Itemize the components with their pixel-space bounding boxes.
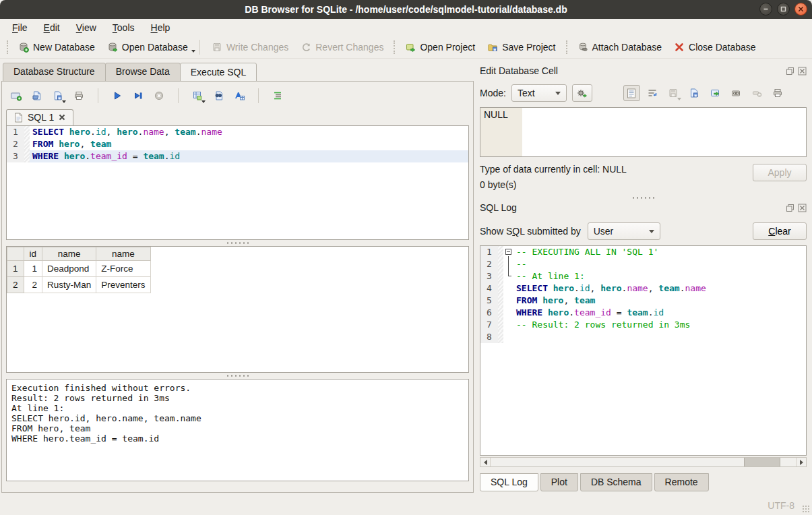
horizontal-scrollbar[interactable] xyxy=(480,457,807,467)
open-database-dropdown-icon[interactable] xyxy=(191,50,195,53)
resize-grip[interactable] xyxy=(802,505,810,513)
save-as-text-button[interactable] xyxy=(686,85,703,101)
save-sql-dropdown-icon[interactable] xyxy=(62,100,66,103)
table-cell[interactable]: 1 xyxy=(24,261,42,277)
code-line[interactable]: 4SELECT hero.id, hero.name, team.name xyxy=(480,282,806,295)
code-line[interactable]: 1-- EXECUTING ALL IN 'SQL 1' xyxy=(480,246,806,258)
encoding-indicator[interactable]: UTF-8 xyxy=(768,500,794,511)
toolbar-handle[interactable] xyxy=(394,40,395,54)
attach-database-button[interactable]: Attach Database xyxy=(571,39,668,55)
splitter-handle[interactable] xyxy=(6,240,469,246)
tab-execute-sql[interactable]: Execute SQL xyxy=(180,63,257,82)
scrollbar-track[interactable] xyxy=(491,458,796,466)
menu-tools[interactable]: Tools xyxy=(106,21,142,34)
code-line[interactable]: 7-- Result: 2 rows returned in 3ms xyxy=(480,319,806,331)
save-sql-file-button[interactable] xyxy=(51,89,65,102)
status-line: WHERE hero.team_id = team.id xyxy=(11,433,464,444)
minimize-button[interactable] xyxy=(759,3,772,16)
attach-database-label: Attach Database xyxy=(592,42,662,53)
titlebar[interactable]: DB Browser for SQLite - /home/user/code/… xyxy=(0,0,812,19)
save-project-button[interactable]: Save Project xyxy=(481,39,561,55)
tab-browse-data[interactable]: Browse Data xyxy=(105,63,181,82)
set-null-button xyxy=(749,85,766,101)
close-database-button[interactable]: Close Database xyxy=(668,39,762,55)
export-text-button[interactable] xyxy=(707,85,724,101)
toolbar-handle[interactable] xyxy=(7,40,8,54)
row-header[interactable]: 1 xyxy=(7,261,24,277)
sql-editor[interactable]: 1SELECT hero.id, hero.name, team.name2FR… xyxy=(6,125,469,240)
splitter-handle[interactable] xyxy=(480,195,807,201)
table-row[interactable]: 11DeadpondZ-Force xyxy=(7,261,151,277)
code-line[interactable]: 3-- At line 1: xyxy=(480,270,806,282)
tab-db-schema[interactable]: DB Schema xyxy=(580,473,652,491)
code-line[interactable]: 2-- xyxy=(480,258,806,270)
open-sql-file-button[interactable] xyxy=(30,89,44,102)
find-in-sql-button[interactable] xyxy=(211,89,226,102)
menu-help[interactable]: Help xyxy=(144,21,177,34)
scrollbar-thumb[interactable] xyxy=(744,458,780,466)
table-cell[interactable]: Rusty-Man xyxy=(42,277,96,293)
float-dock-icon[interactable] xyxy=(786,204,794,212)
log-filter-select[interactable]: User xyxy=(588,222,660,240)
tab-plot[interactable]: Plot xyxy=(540,473,578,491)
table-cell[interactable]: Z-Force xyxy=(96,261,150,277)
menu-edit[interactable]: Edit xyxy=(37,21,67,34)
tab-sql-log[interactable]: SQL Log xyxy=(480,473,538,491)
column-header[interactable]: name xyxy=(96,247,150,261)
close-dock-icon[interactable] xyxy=(798,67,807,75)
text-mode-button[interactable] xyxy=(623,85,640,101)
corner-header[interactable] xyxy=(7,247,24,261)
scroll-left-icon[interactable] xyxy=(480,458,491,466)
code-line[interactable]: 2FROM hero, team xyxy=(7,138,468,150)
tab-database-structure[interactable]: Database Structure xyxy=(3,63,106,82)
code-line[interactable]: 5FROM hero, team xyxy=(480,295,806,307)
new-database-button[interactable]: New Database xyxy=(12,39,101,55)
right-dock: Edit Database Cell Mode: Text xyxy=(474,59,812,495)
table-cell[interactable]: 2 xyxy=(24,277,42,293)
code-line[interactable]: 3WHERE hero.team_id = team.id xyxy=(7,150,468,162)
tab-remote[interactable]: Remote xyxy=(654,473,709,491)
main-content: Database Structure Browse Data Execute S… xyxy=(0,59,812,495)
cell-edit-area[interactable] xyxy=(522,108,806,156)
scroll-right-icon[interactable] xyxy=(796,458,806,466)
column-header[interactable]: name xyxy=(42,247,96,261)
open-project-button[interactable]: Open Project xyxy=(399,39,481,55)
format-sql-button[interactable] xyxy=(270,89,285,102)
autocomplete-button[interactable] xyxy=(232,89,247,102)
save-results-dropdown-icon[interactable] xyxy=(201,100,206,103)
execute-current-line-button[interactable] xyxy=(131,89,146,102)
maximize-button[interactable] xyxy=(777,3,790,16)
new-sql-tab-button[interactable] xyxy=(9,89,24,102)
row-header[interactable]: 2 xyxy=(7,277,24,293)
menu-view[interactable]: View xyxy=(69,21,103,34)
execute-all-button[interactable] xyxy=(110,89,125,102)
splitter-handle[interactable] xyxy=(6,373,469,379)
auto-switch-mode-button[interactable] xyxy=(572,84,592,102)
print-sql-button[interactable] xyxy=(71,89,86,102)
code-line[interactable]: 8 xyxy=(480,331,806,343)
code-line[interactable]: 6WHERE hero.team_id = team.id xyxy=(480,307,806,319)
cell-editor[interactable]: NULL xyxy=(480,107,807,157)
results-area[interactable]: idnamename11DeadpondZ-Force22Rusty-ManPr… xyxy=(6,246,469,373)
menu-file[interactable]: File xyxy=(5,21,34,34)
open-database-button[interactable]: Open Database xyxy=(101,39,194,55)
copy-link-button[interactable] xyxy=(728,85,745,101)
column-header[interactable]: id xyxy=(24,247,42,261)
table-row[interactable]: 22Rusty-ManPreventers xyxy=(7,277,151,293)
sql-log-view[interactable]: 1-- EXECUTING ALL IN 'SQL 1'2--3-- At li… xyxy=(480,245,807,456)
code-line[interactable]: 1SELECT hero.id, hero.name, team.name xyxy=(7,126,468,138)
word-wrap-button[interactable] xyxy=(644,85,661,101)
table-cell[interactable]: Preventers xyxy=(96,277,150,293)
clear-log-button[interactable]: Clear xyxy=(753,222,807,240)
float-dock-icon[interactable] xyxy=(786,67,794,75)
toolbar-handle[interactable] xyxy=(566,40,567,54)
close-dock-icon[interactable] xyxy=(798,204,807,212)
sql-file-tab[interactable]: SQL 1 xyxy=(6,109,73,125)
close-button[interactable] xyxy=(794,3,807,16)
mode-select[interactable]: Text xyxy=(511,84,567,102)
apply-button: Apply xyxy=(753,164,807,181)
save-results-view-button[interactable] xyxy=(190,89,205,102)
close-tab-icon[interactable] xyxy=(59,114,65,121)
print-cell-button[interactable] xyxy=(770,85,786,101)
table-cell[interactable]: Deadpond xyxy=(42,261,96,277)
